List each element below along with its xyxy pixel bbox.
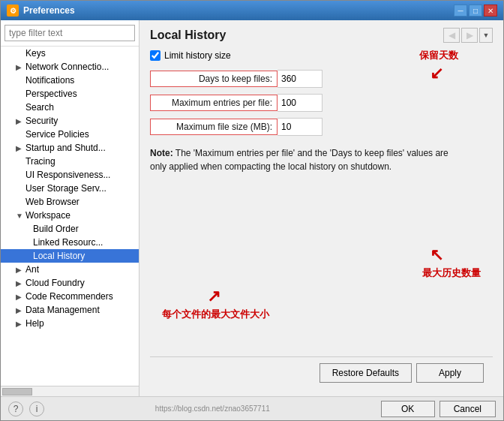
cancel-button[interactable]: Cancel: [440, 401, 496, 417]
max-file-size-input[interactable]: [278, 118, 322, 136]
tree-label-local-history: Local History: [33, 251, 85, 261]
preferences-window: ⚙ Preferences ─ □ ✕ Keys ▶: [0, 0, 504, 421]
tree-label-build-order: Build Order: [33, 224, 79, 234]
tree-item-service-policies[interactable]: Service Policies: [1, 128, 139, 141]
tree-label-keys: Keys: [26, 48, 46, 59]
tree-area: Keys ▶ Network Connectio... Notification…: [1, 47, 139, 386]
footer-icons: ? i: [8, 401, 44, 416]
tree-item-cloud-foundry[interactable]: ▶ Cloud Foundry: [1, 276, 139, 290]
tree-item-user-storage[interactable]: User Storage Serv...: [1, 182, 139, 195]
tree-label-network: Network Connectio...: [26, 62, 109, 72]
restore-defaults-button[interactable]: Restore Defaults: [320, 363, 412, 383]
expand-workspace-icon: ▼: [16, 212, 23, 220]
tree-label-web-browser: Web Browser: [26, 197, 80, 207]
left-panel: Keys ▶ Network Connectio... Notification…: [1, 20, 140, 396]
nav-back-button[interactable]: ◀: [443, 28, 460, 43]
max-entries-label: Maximum entries per file:: [150, 95, 278, 111]
footer-buttons: OK Cancel: [381, 401, 496, 417]
section-content: Limit history size Days to keep files: M…: [150, 50, 493, 356]
ok-button[interactable]: OK: [381, 401, 435, 417]
days-to-keep-label: Days to keep files:: [150, 71, 278, 87]
main-content: Keys ▶ Network Connectio... Notification…: [1, 20, 503, 396]
window-icon: ⚙: [7, 5, 19, 17]
tree-item-perspectives[interactable]: Perspectives: [1, 87, 139, 101]
expand-data-icon: ▶: [16, 306, 23, 314]
nav-forward-button[interactable]: ▶: [461, 28, 478, 43]
tree-item-linked-resources[interactable]: Linked Resourc...: [1, 236, 139, 249]
tree-item-search[interactable]: Search: [1, 101, 139, 114]
apply-button[interactable]: Apply: [416, 363, 484, 383]
tree-item-network[interactable]: ▶ Network Connectio...: [1, 60, 139, 74]
nav-buttons: ◀ ▶ ▼: [443, 28, 493, 43]
max-file-size-row: Maximum file size (MB):: [150, 118, 493, 136]
nav-dropdown-button[interactable]: ▼: [479, 28, 493, 43]
tree-label-code-recommenders: Code Recommenders: [26, 291, 113, 302]
expand-cloud-icon: ▶: [16, 279, 23, 287]
expand-startup-icon: ▶: [16, 144, 23, 152]
tree-label-cloud-foundry: Cloud Foundry: [26, 278, 85, 288]
filter-input[interactable]: [4, 25, 135, 41]
tree-label-notifications: Notifications: [26, 75, 74, 86]
footer: ? i https://blog.csdn.net/znao3657711 OK…: [1, 396, 503, 420]
close-button[interactable]: ✕: [484, 5, 497, 17]
max-entries-row: Maximum entries per file:: [150, 94, 493, 112]
tree-scroll-area: Keys ▶ Network Connectio... Notification…: [1, 47, 139, 386]
window-title: Preferences: [23, 5, 75, 16]
tree-label-security: Security: [26, 116, 58, 126]
expand-security-icon: ▶: [16, 117, 23, 125]
tree-label-startup: Startup and Shutd...: [26, 143, 106, 153]
tree-label-search: Search: [26, 102, 54, 113]
tree-item-workspace[interactable]: ▼ Workspace: [1, 209, 139, 222]
tree-item-local-history[interactable]: Local History: [1, 249, 139, 263]
tree-label-ant: Ant: [26, 264, 39, 275]
panel-header: Local History ◀ ▶ ▼: [150, 28, 493, 43]
minimize-button[interactable]: ─: [454, 5, 467, 17]
filter-input-wrap: [1, 20, 139, 47]
tree-item-ant[interactable]: ▶ Ant: [1, 263, 139, 276]
tree-label-linked-resources: Linked Resourc...: [33, 237, 103, 248]
limit-history-checkbox[interactable]: [150, 50, 160, 61]
note-box: Note: The 'Maximum entries per file' and…: [150, 146, 450, 173]
maximize-button[interactable]: □: [469, 5, 482, 17]
note-prefix: Note:: [150, 148, 173, 158]
note-text: The 'Maximum entries per file' and the '…: [150, 148, 448, 172]
tree-item-security[interactable]: ▶ Security: [1, 114, 139, 128]
tree-item-ui-responsiveness[interactable]: UI Responsiveness...: [1, 168, 139, 182]
tree-item-web-browser[interactable]: Web Browser: [1, 195, 139, 209]
tree-label-help: Help: [26, 318, 44, 329]
horizontal-scrollbar[interactable]: [1, 386, 139, 396]
tree-label-service-policies: Service Policies: [26, 129, 89, 140]
max-entries-input[interactable]: [278, 94, 322, 112]
tree-item-notifications[interactable]: Notifications: [1, 74, 139, 87]
days-to-keep-input[interactable]: [278, 70, 322, 88]
max-file-size-label: Maximum file size (MB):: [150, 119, 278, 135]
tree-item-help[interactable]: ▶ Help: [1, 317, 139, 330]
tree-item-data-management[interactable]: ▶ Data Management: [1, 303, 139, 317]
tree-label-tracing: Tracing: [26, 156, 56, 167]
title-bar-left: ⚙ Preferences: [7, 5, 75, 17]
tree-item-tracing[interactable]: Tracing: [1, 155, 139, 168]
days-to-keep-row: Days to keep files:: [150, 70, 493, 88]
expand-help-icon: ▶: [16, 320, 23, 328]
tree-label-perspectives: Perspectives: [26, 89, 77, 99]
panel-title: Local History: [150, 29, 226, 42]
tree-item-build-order[interactable]: Build Order: [1, 222, 139, 236]
footer-url: https://blog.csdn.net/znao3657711: [155, 404, 270, 413]
tree-item-code-recommenders[interactable]: ▶ Code Recommenders: [1, 290, 139, 303]
tree-label-workspace: Workspace: [26, 210, 70, 221]
limit-history-row: Limit history size: [150, 50, 493, 61]
expand-network-icon: ▶: [16, 63, 23, 71]
tree-label-user-storage: User Storage Serv...: [26, 183, 106, 194]
scrollbar-thumb[interactable]: [2, 388, 32, 395]
right-panel: Local History ◀ ▶ ▼ Limit history size D…: [140, 20, 503, 396]
tree-label-data-management: Data Management: [26, 305, 100, 315]
tree-item-startup[interactable]: ▶ Startup and Shutd...: [1, 141, 139, 155]
help-icon[interactable]: ?: [8, 401, 23, 416]
tree-item-keys[interactable]: Keys: [1, 47, 139, 60]
title-buttons: ─ □ ✕: [454, 5, 497, 17]
info-icon[interactable]: i: [29, 401, 44, 416]
title-bar: ⚙ Preferences ─ □ ✕: [1, 1, 503, 20]
expand-ant-icon: ▶: [16, 266, 23, 274]
limit-history-label: Limit history size: [164, 50, 231, 61]
expand-code-icon: ▶: [16, 293, 23, 301]
